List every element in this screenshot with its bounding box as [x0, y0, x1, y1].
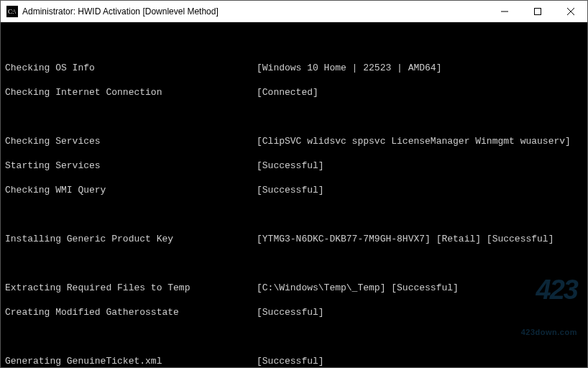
output-value: [Successful] — [257, 356, 324, 367]
output-label: Checking Services — [5, 135, 257, 147]
output-value: [C:\Windows\Temp\_Temp] [Successful] — [257, 282, 459, 293]
output-value: [ClipSVC wlidsvc sppsvc LicenseManager W… — [257, 136, 571, 147]
output-label: Generating GenuineTicket.xml — [5, 355, 257, 367]
maximize-button[interactable] — [521, 1, 554, 22]
output-value: [Windows 10 Home | 22523 | AMD64] — [257, 63, 441, 73]
output-label: Extracting Required Files to Temp — [5, 282, 257, 294]
output-label: Installing Generic Product Key — [5, 233, 257, 245]
output-label: Checking WMI Query — [5, 184, 257, 196]
output-label: Checking Internet Connection — [5, 86, 257, 98]
close-button[interactable] — [554, 1, 587, 22]
output-value: [YTMG3-N6DKC-DKB77-7M9GH-8HVX7] [Retail]… — [257, 234, 553, 244]
minimize-button[interactable] — [488, 1, 521, 22]
svg-rect-3 — [535, 8, 541, 14]
console-window: C:\ Administrator: HWID Activation [Down… — [0, 0, 588, 368]
output-label: Creating Modified Gatherosstate — [5, 306, 257, 318]
output-value: [Successful] — [257, 160, 324, 171]
titlebar[interactable]: C:\ Administrator: HWID Activation [Down… — [1, 1, 587, 22]
output-label: Starting Services — [5, 160, 257, 172]
output-value: [Connected] — [257, 87, 318, 98]
window-controls — [488, 1, 587, 22]
svg-text:C:\: C:\ — [8, 8, 17, 15]
output-value: [Successful] — [257, 307, 324, 318]
cmd-icon: C:\ — [6, 6, 18, 17]
window-title: Administrator: HWID Activation [Downleve… — [22, 6, 488, 17]
output-label: Checking OS Info — [5, 62, 257, 74]
output-value: [Successful] — [257, 185, 324, 196]
console-body[interactable]: Checking OS Info[Windows 10 Home | 22523… — [1, 22, 587, 367]
